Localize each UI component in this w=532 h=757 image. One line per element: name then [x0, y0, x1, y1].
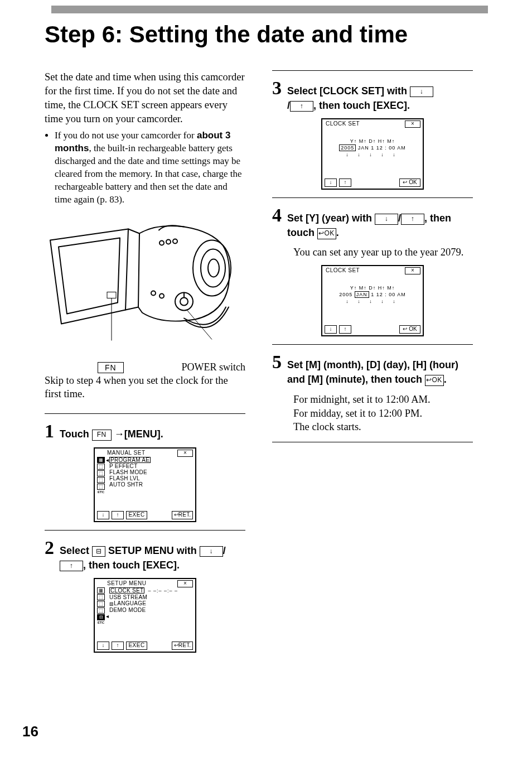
down-key-icon: ↓ [410, 86, 433, 97]
setup-menu-icon: ⊟ [92, 546, 105, 557]
down-arrow-button: ↓ [325, 179, 337, 187]
lcd-manual-set: MANUAL SET × ▦ ⬚ ⬚ ⬚ ⬚ ETC ◂P [94, 447, 196, 522]
year-range-note: You can set any year up to the year 2079… [293, 245, 473, 259]
up-key-icon: ↑ [290, 101, 313, 112]
fn-callout-label: FN [98, 362, 124, 373]
close-icon: × [177, 580, 193, 587]
intro-paragraph: Set the date and time when using this ca… [45, 70, 245, 126]
battery-note: If you do not use your camcorder for abo… [55, 129, 245, 206]
lcd-clock-set-year: CLOCK SET × Y↑ M↑ D↑ H↑ M↑ 2005 JAN 1 12… [321, 118, 424, 190]
up-arrow-button: ↑ [112, 511, 124, 519]
svg-point-4 [159, 240, 164, 245]
step-5: 5 Set [M] (month), [D] (day), [H] (hour)… [272, 353, 473, 387]
lcd-setup-menu: SETUP MENU × ▦ ⬚ ⬚ ⬚ ⊟ ETC CL [94, 578, 196, 653]
down-key-icon: ↓ [200, 546, 223, 557]
step-1: 1 Touch FN →[MENU]. [45, 422, 245, 441]
ok-button: ↩ OK [399, 325, 420, 334]
step-2: 2 Select ⊟ SETUP MENU with ↓/↑, then tou… [45, 538, 245, 572]
svg-point-3 [208, 259, 219, 277]
up-arrow-button: ↑ [339, 179, 351, 187]
svg-rect-0 [107, 292, 116, 298]
return-button: ↩RET. [172, 511, 193, 519]
svg-point-7 [151, 291, 156, 295]
up-arrow-button: ↑ [339, 325, 351, 334]
fn-key: FN [92, 430, 112, 440]
ok-key-icon: ↩OK [425, 375, 444, 385]
step-4: 4 Set [Y] (year) with ↓/↑, then touch ↩O… [272, 206, 473, 240]
page-number: 16 [22, 723, 38, 740]
ok-key-icon: ↩OK [317, 228, 336, 239]
camcorder-illustration: FN POWER switch [45, 216, 245, 361]
svg-point-2 [201, 249, 225, 287]
page-title: Step 6: Setting the date and time [45, 21, 488, 48]
up-key-icon: ↑ [401, 214, 424, 224]
close-icon: × [177, 450, 193, 457]
down-arrow-button: ↓ [97, 511, 109, 519]
up-key-icon: ↑ [60, 561, 83, 571]
svg-point-8 [159, 293, 164, 298]
menu-category-icon: ⊟ [97, 614, 105, 620]
ok-button: ↩ OK [399, 179, 420, 187]
skip-note: Skip to step 4 when you set the clock fo… [45, 374, 245, 402]
svg-point-6 [173, 239, 177, 243]
close-icon: × [405, 267, 420, 274]
exec-button: EXEC [126, 511, 147, 519]
lcd-clock-set-month: CLOCK SET × Y↑ M↑ D↑ H↑ M↑ 2005 JAN 1 12… [321, 265, 424, 336]
down-arrow-button: ↓ [97, 642, 109, 650]
up-arrow-button: ↑ [112, 642, 124, 650]
down-key-icon: ↓ [375, 214, 398, 224]
header-bar [51, 6, 488, 13]
svg-point-5 [166, 239, 171, 244]
down-arrow-button: ↓ [325, 325, 337, 334]
return-button: ↩RET. [172, 642, 193, 650]
exec-button: EXEC [126, 642, 147, 650]
midnight-note: For midnight, set it to 12:00 AM. For mi… [293, 393, 473, 435]
close-icon: × [405, 120, 420, 128]
menu-category-icon: ▦ [97, 457, 105, 463]
step-3: 3 Select [CLOCK SET] with ↓/↑, then touc… [272, 79, 473, 113]
power-switch-callout-label: POWER switch [182, 361, 246, 373]
svg-point-10 [180, 297, 188, 305]
